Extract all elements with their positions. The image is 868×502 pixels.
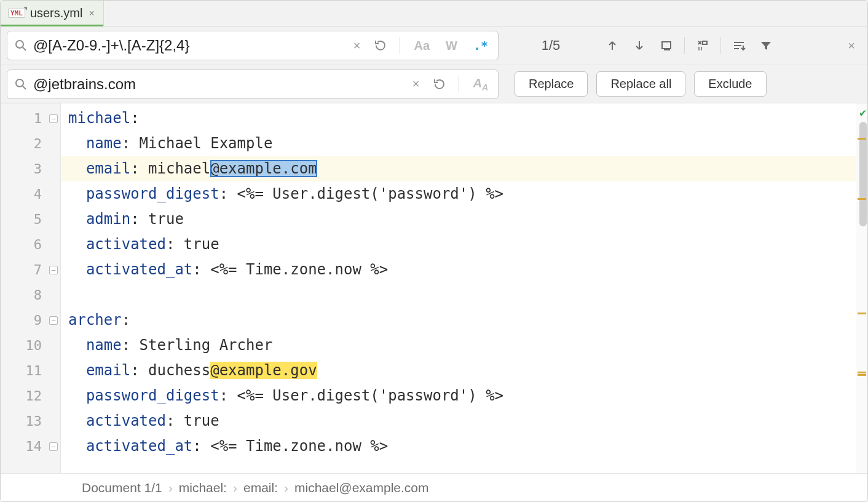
whole-words-toggle[interactable]: W xyxy=(441,39,462,53)
code-line[interactable]: name: Sterling Archer xyxy=(61,333,867,358)
tab-users-yml[interactable]: YML users.yml × xyxy=(1,1,104,26)
search-icon xyxy=(15,39,27,52)
filter-icon[interactable] xyxy=(754,34,778,57)
separator xyxy=(459,76,459,93)
separator xyxy=(684,37,685,54)
code-line[interactable]: password_digest: <%= User.digest('passwo… xyxy=(61,181,867,207)
fold-icon[interactable]: – xyxy=(49,114,58,123)
find-marker[interactable] xyxy=(858,374,866,376)
breadcrumb-item[interactable]: michael: xyxy=(179,480,227,495)
tab-title: users.yml xyxy=(30,6,83,20)
line-number[interactable]: 13 xyxy=(1,408,60,434)
code-line[interactable]: email: michael@example.com xyxy=(61,156,867,181)
breadcrumb-item[interactable]: email: xyxy=(243,480,278,495)
find-marker[interactable] xyxy=(858,313,866,314)
find-history-icon[interactable] xyxy=(370,39,391,52)
code-line[interactable]: activated_at: <%= Time.zone.now %> xyxy=(61,434,867,459)
replace-input[interactable] xyxy=(33,76,403,93)
ide-window: YML users.yml × × Aa W .* 1/5 xyxy=(0,0,868,502)
line-number[interactable]: 12 xyxy=(1,383,60,408)
svg-line-11 xyxy=(23,86,26,89)
replace-history-icon[interactable] xyxy=(429,78,450,91)
svg-rect-2 xyxy=(662,42,671,49)
tab-bar: YML users.yml × xyxy=(1,1,867,26)
regex-toggle[interactable]: .* xyxy=(468,38,493,53)
find-marker[interactable] xyxy=(858,198,866,200)
separator xyxy=(720,37,721,54)
next-match-icon[interactable] xyxy=(628,34,651,57)
line-number[interactable]: 5 xyxy=(1,207,60,232)
fold-icon[interactable]: – xyxy=(49,316,58,325)
chevron-right-icon: › xyxy=(233,480,237,495)
multiline-toggle-icon[interactable] xyxy=(691,34,714,57)
line-number[interactable]: 4 xyxy=(1,181,60,207)
gutter[interactable]: 1–234567–89–1011121314– xyxy=(1,103,61,473)
code-line[interactable]: activated: true xyxy=(61,408,867,434)
replace-buttons: Replace Replace all Exclude xyxy=(505,71,767,97)
code-line[interactable]: email: duchess@example.gov xyxy=(61,358,867,383)
fold-icon[interactable]: – xyxy=(49,442,58,451)
replace-field-wrap: × AA xyxy=(7,70,499,99)
find-input[interactable] xyxy=(33,37,344,54)
close-tab-icon[interactable]: × xyxy=(87,8,95,19)
prev-match-icon[interactable] xyxy=(601,34,624,57)
svg-rect-4 xyxy=(703,41,707,44)
exclude-button[interactable]: Exclude xyxy=(694,71,766,97)
search-settings-icon[interactable] xyxy=(727,34,751,57)
svg-line-1 xyxy=(23,47,26,50)
code-line[interactable]: activated_at: <%= Time.zone.now %> xyxy=(61,257,867,282)
clear-find-icon[interactable]: × xyxy=(350,39,365,53)
code-line[interactable]: activated: true xyxy=(61,232,867,257)
preserve-case-toggle[interactable]: AA xyxy=(468,76,493,92)
find-toolbar: 1/5 xyxy=(505,34,867,57)
clear-replace-icon[interactable]: × xyxy=(409,77,424,91)
replace-all-button[interactable]: Replace all xyxy=(596,71,685,97)
inspection-ok-icon[interactable]: ✔ xyxy=(859,106,866,119)
match-case-toggle[interactable]: Aa xyxy=(409,39,435,53)
line-number[interactable]: 7– xyxy=(1,257,60,282)
line-number[interactable]: 10 xyxy=(1,333,60,358)
select-all-occurrences-icon[interactable] xyxy=(655,34,678,57)
code-line[interactable]: password_digest: <%= User.digest('passwo… xyxy=(61,383,867,408)
chevron-right-icon: › xyxy=(284,480,288,495)
breadcrumb[interactable]: Document 1/1 › michael: › email: › micha… xyxy=(1,473,867,501)
replace-icon xyxy=(15,78,27,90)
fold-icon[interactable]: – xyxy=(49,266,58,274)
replace-button[interactable]: Replace xyxy=(515,71,588,97)
line-number[interactable]: 14– xyxy=(1,434,60,459)
find-field-wrap: × Aa W .* xyxy=(7,31,499,60)
svg-rect-3 xyxy=(664,49,670,50)
code-line[interactable]: name: Michael Example xyxy=(61,131,867,156)
line-number[interactable]: 11 xyxy=(1,358,60,383)
find-marker[interactable] xyxy=(858,138,866,140)
line-number[interactable]: 3 xyxy=(1,156,60,181)
code-line[interactable]: michael: xyxy=(61,106,867,131)
editor[interactable]: 1–234567–89–1011121314– michael: name: M… xyxy=(1,103,867,473)
line-number[interactable]: 8 xyxy=(1,282,60,308)
line-number[interactable]: 2 xyxy=(1,131,60,156)
breadcrumb-item[interactable]: michael@example.com xyxy=(294,480,429,495)
find-replace-panel: × Aa W .* 1/5 xyxy=(1,26,867,103)
separator xyxy=(400,37,400,54)
code-line[interactable]: admin: true xyxy=(61,207,867,232)
code-line[interactable] xyxy=(61,282,867,308)
close-panel-icon[interactable]: × xyxy=(844,39,859,53)
match-counter: 1/5 xyxy=(505,38,597,54)
svg-point-10 xyxy=(16,79,23,87)
code-line[interactable]: archer: xyxy=(61,308,867,333)
line-number[interactable]: 6 xyxy=(1,232,60,257)
yaml-file-icon: YML xyxy=(8,9,25,18)
line-number[interactable]: 9– xyxy=(1,308,60,333)
find-marker[interactable] xyxy=(858,372,866,373)
chevron-right-icon: › xyxy=(168,480,173,495)
line-number[interactable]: 1– xyxy=(1,106,60,131)
breadcrumb-doc[interactable]: Document 1/1 xyxy=(82,480,162,495)
marker-strip[interactable]: ✔ xyxy=(856,103,867,473)
code-area[interactable]: michael: name: Michael Example email: mi… xyxy=(61,103,867,473)
